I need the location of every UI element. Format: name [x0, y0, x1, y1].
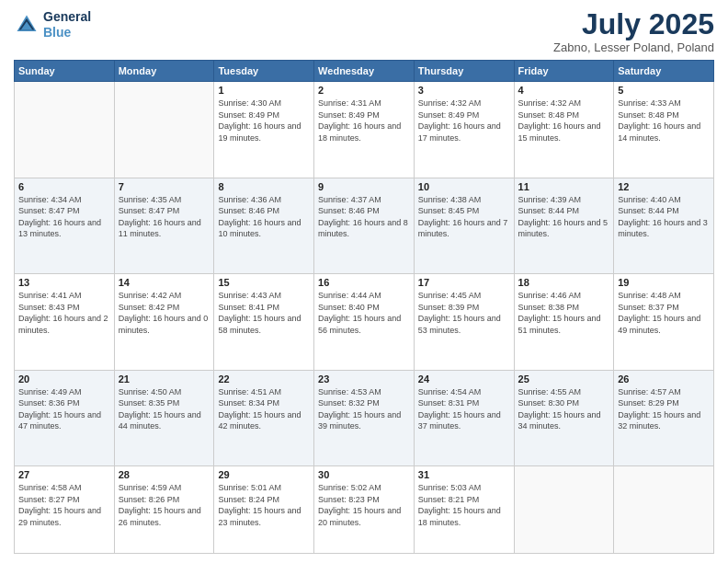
day-number: 3: [418, 85, 510, 96]
day-number: 9: [318, 181, 410, 192]
logo: General Blue: [14, 9, 91, 40]
table-row: 4Sunrise: 4:32 AM Sunset: 8:48 PM Daylig…: [514, 82, 614, 178]
day-info: Sunrise: 4:51 AM Sunset: 8:34 PM Dayligh…: [218, 386, 310, 432]
day-info: Sunrise: 4:58 AM Sunset: 8:27 PM Dayligh…: [18, 482, 110, 528]
table-row: 9Sunrise: 4:37 AM Sunset: 8:46 PM Daylig…: [314, 178, 415, 274]
day-info: Sunrise: 4:44 AM Sunset: 8:40 PM Dayligh…: [318, 290, 410, 336]
day-number: 20: [18, 373, 110, 385]
col-thursday: Thursday: [414, 61, 514, 82]
day-number: 25: [518, 373, 610, 385]
title-block: July 2025 Zabno, Lesser Poland, Poland: [553, 9, 714, 54]
day-number: 19: [618, 277, 710, 288]
day-number: 10: [418, 181, 510, 192]
page: General Blue July 2025 Zabno, Lesser Pol…: [0, 0, 728, 563]
table-row: 13Sunrise: 4:41 AM Sunset: 8:43 PM Dayli…: [15, 274, 115, 371]
table-row: 7Sunrise: 4:35 AM Sunset: 8:47 PM Daylig…: [114, 178, 214, 274]
day-info: Sunrise: 5:03 AM Sunset: 8:21 PM Dayligh…: [418, 482, 510, 528]
day-info: Sunrise: 4:39 AM Sunset: 8:44 PM Dayligh…: [518, 194, 610, 240]
day-number: 22: [218, 373, 310, 385]
table-row: 17Sunrise: 4:45 AM Sunset: 8:39 PM Dayli…: [414, 274, 514, 371]
location: Zabno, Lesser Poland, Poland: [553, 40, 714, 54]
table-row: 19Sunrise: 4:48 AM Sunset: 8:37 PM Dayli…: [614, 274, 714, 371]
calendar-row: 27Sunrise: 4:58 AM Sunset: 8:27 PM Dayli…: [15, 466, 714, 554]
day-number: 30: [318, 469, 410, 480]
day-info: Sunrise: 4:43 AM Sunset: 8:41 PM Dayligh…: [218, 290, 310, 336]
day-info: Sunrise: 4:32 AM Sunset: 8:48 PM Dayligh…: [518, 98, 610, 144]
day-number: 7: [119, 181, 210, 192]
table-row: 30Sunrise: 5:02 AM Sunset: 8:23 PM Dayli…: [314, 466, 415, 554]
day-info: Sunrise: 4:42 AM Sunset: 8:42 PM Dayligh…: [119, 290, 210, 336]
day-info: Sunrise: 4:36 AM Sunset: 8:46 PM Dayligh…: [218, 194, 310, 240]
day-number: 27: [18, 469, 110, 480]
col-friday: Friday: [514, 61, 614, 82]
table-row: 6Sunrise: 4:34 AM Sunset: 8:47 PM Daylig…: [15, 178, 115, 274]
day-info: Sunrise: 4:55 AM Sunset: 8:30 PM Dayligh…: [518, 386, 610, 432]
day-info: Sunrise: 4:46 AM Sunset: 8:38 PM Dayligh…: [518, 290, 610, 336]
table-row: 31Sunrise: 5:03 AM Sunset: 8:21 PM Dayli…: [414, 466, 514, 554]
logo-text: General Blue: [43, 9, 91, 40]
table-row: 2Sunrise: 4:31 AM Sunset: 8:49 PM Daylig…: [314, 82, 415, 178]
day-info: Sunrise: 4:35 AM Sunset: 8:47 PM Dayligh…: [119, 194, 210, 240]
table-row: 22Sunrise: 4:51 AM Sunset: 8:34 PM Dayli…: [214, 370, 314, 466]
day-number: 13: [18, 277, 110, 288]
col-monday: Monday: [114, 61, 214, 82]
table-row: 28Sunrise: 4:59 AM Sunset: 8:26 PM Dayli…: [114, 466, 214, 554]
day-number: 23: [318, 373, 410, 385]
table-row: 10Sunrise: 4:38 AM Sunset: 8:45 PM Dayli…: [414, 178, 514, 274]
day-info: Sunrise: 4:31 AM Sunset: 8:49 PM Dayligh…: [318, 98, 410, 144]
day-info: Sunrise: 4:54 AM Sunset: 8:31 PM Dayligh…: [418, 386, 510, 432]
col-tuesday: Tuesday: [214, 61, 314, 82]
day-info: Sunrise: 4:45 AM Sunset: 8:39 PM Dayligh…: [418, 290, 510, 336]
month-title: July 2025: [553, 9, 714, 39]
day-number: 31: [418, 469, 510, 480]
calendar-row: 1Sunrise: 4:30 AM Sunset: 8:49 PM Daylig…: [15, 82, 714, 178]
day-info: Sunrise: 4:34 AM Sunset: 8:47 PM Dayligh…: [18, 194, 110, 240]
day-info: Sunrise: 4:37 AM Sunset: 8:46 PM Dayligh…: [318, 194, 410, 240]
table-row: 5Sunrise: 4:33 AM Sunset: 8:48 PM Daylig…: [614, 82, 714, 178]
table-row: 8Sunrise: 4:36 AM Sunset: 8:46 PM Daylig…: [214, 178, 314, 274]
day-info: Sunrise: 4:50 AM Sunset: 8:35 PM Dayligh…: [119, 386, 210, 432]
table-row: 29Sunrise: 5:01 AM Sunset: 8:24 PM Dayli…: [214, 466, 314, 554]
day-number: 6: [18, 181, 110, 192]
table-row: [15, 82, 115, 178]
day-number: 29: [218, 469, 310, 480]
table-row: 14Sunrise: 4:42 AM Sunset: 8:42 PM Dayli…: [114, 274, 214, 371]
day-number: 4: [518, 85, 610, 96]
col-sunday: Sunday: [15, 61, 115, 82]
table-row: 12Sunrise: 4:40 AM Sunset: 8:44 PM Dayli…: [614, 178, 714, 274]
day-header-row: Sunday Monday Tuesday Wednesday Thursday…: [15, 61, 714, 82]
table-row: 25Sunrise: 4:55 AM Sunset: 8:30 PM Dayli…: [514, 370, 614, 466]
table-row: [514, 466, 614, 554]
day-info: Sunrise: 4:53 AM Sunset: 8:32 PM Dayligh…: [318, 386, 410, 432]
day-info: Sunrise: 4:41 AM Sunset: 8:43 PM Dayligh…: [18, 290, 110, 336]
table-row: 15Sunrise: 4:43 AM Sunset: 8:41 PM Dayli…: [214, 274, 314, 371]
day-number: 5: [618, 85, 710, 96]
day-number: 12: [618, 181, 710, 192]
day-number: 17: [418, 277, 510, 288]
table-row: 27Sunrise: 4:58 AM Sunset: 8:27 PM Dayli…: [15, 466, 115, 554]
table-row: 18Sunrise: 4:46 AM Sunset: 8:38 PM Dayli…: [514, 274, 614, 371]
day-number: 24: [418, 373, 510, 385]
calendar: Sunday Monday Tuesday Wednesday Thursday…: [14, 60, 714, 554]
calendar-row: 6Sunrise: 4:34 AM Sunset: 8:47 PM Daylig…: [15, 178, 714, 274]
day-number: 18: [518, 277, 610, 288]
day-number: 14: [119, 277, 210, 288]
day-info: Sunrise: 4:59 AM Sunset: 8:26 PM Dayligh…: [119, 482, 210, 528]
day-number: 16: [318, 277, 410, 288]
col-saturday: Saturday: [614, 61, 714, 82]
day-number: 11: [518, 181, 610, 192]
table-row: 16Sunrise: 4:44 AM Sunset: 8:40 PM Dayli…: [314, 274, 415, 371]
day-info: Sunrise: 5:01 AM Sunset: 8:24 PM Dayligh…: [218, 482, 310, 528]
day-number: 1: [218, 85, 310, 96]
day-info: Sunrise: 4:30 AM Sunset: 8:49 PM Dayligh…: [218, 98, 310, 144]
day-info: Sunrise: 4:40 AM Sunset: 8:44 PM Dayligh…: [618, 194, 710, 240]
col-wednesday: Wednesday: [314, 61, 415, 82]
table-row: [114, 82, 214, 178]
table-row: [614, 466, 714, 554]
day-info: Sunrise: 4:33 AM Sunset: 8:48 PM Dayligh…: [618, 98, 710, 144]
day-info: Sunrise: 4:48 AM Sunset: 8:37 PM Dayligh…: [618, 290, 710, 336]
table-row: 26Sunrise: 4:57 AM Sunset: 8:29 PM Dayli…: [614, 370, 714, 466]
logo-line1: General: [43, 9, 91, 25]
day-info: Sunrise: 5:02 AM Sunset: 8:23 PM Dayligh…: [318, 482, 410, 528]
table-row: 11Sunrise: 4:39 AM Sunset: 8:44 PM Dayli…: [514, 178, 614, 274]
